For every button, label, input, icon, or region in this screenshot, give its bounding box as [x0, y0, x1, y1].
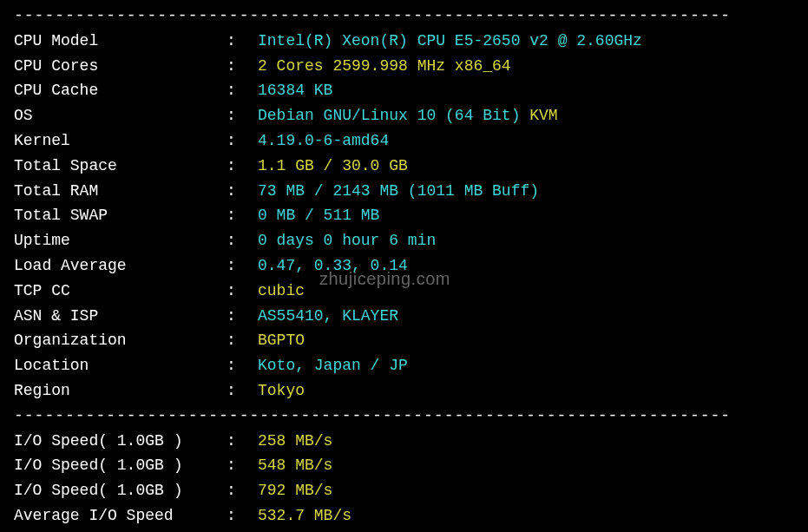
divider-middle: ----------------------------------------… [14, 404, 794, 429]
row-label: I/O Speed( 1.0GB ) [14, 429, 227, 454]
row-label: Organization [14, 328, 227, 353]
divider-bottom: ----------------------------------------… [14, 529, 794, 532]
row-value: 792 MB/s [258, 478, 332, 503]
io-speed-block: I/O Speed( 1.0GB ): 258 MB/sI/O Speed( 1… [14, 429, 794, 529]
row-value: 532.7 MB/s [258, 503, 351, 529]
info-row-os: OS: Debian GNU/Linux 10 (64 Bit) KVM [14, 103, 794, 128]
row-value: 16384 KB [258, 78, 332, 103]
info-row-total-space: Total Space: 1.1 GB / 30.0 GB [14, 154, 794, 179]
row-value: 0.47, 0.33, 0.14 [258, 253, 408, 279]
info-row-kernel: Kernel: 4.19.0-6-amd64 [14, 128, 794, 154]
row-label: Total SWAP [14, 203, 227, 228]
info-row-organization: Organization: BGPTO [14, 328, 794, 353]
row-colon: : [227, 154, 258, 179]
row-colon: : [227, 378, 258, 404]
row-colon: : [227, 203, 258, 228]
row-label: CPU Cache [14, 78, 227, 103]
row-value: 258 MB/s [258, 429, 332, 454]
row-colon: : [227, 353, 258, 378]
row-colon: : [227, 179, 258, 204]
info-row-uptime: Uptime: 0 days 0 hour 6 min [14, 228, 794, 253]
info-row-io-0: I/O Speed( 1.0GB ): 258 MB/s [14, 429, 794, 454]
row-label: Kernel [14, 128, 227, 154]
row-label: CPU Cores [14, 54, 227, 79]
info-row-load-average: Load Average: 0.47, 0.33, 0.14 [14, 253, 794, 279]
row-colon: : [227, 304, 258, 329]
row-colon: : [227, 78, 258, 103]
row-colon: : [227, 253, 258, 279]
row-value: 73 MB / 2143 MB (1011 MB Buff) [258, 179, 539, 204]
row-value: BGPTO [258, 328, 305, 353]
info-row-cpu-cache: CPU Cache: 16384 KB [14, 78, 794, 103]
row-value: 2 Cores 2599.998 MHz x86_64 [258, 54, 511, 79]
row-label: TCP CC [14, 279, 227, 304]
row-value: Koto, Japan / JP [258, 353, 408, 378]
row-colon: : [227, 328, 258, 353]
row-value: 0 days 0 hour 6 min [258, 228, 436, 253]
row-value: cubic [258, 279, 305, 304]
info-row-total-swap: Total SWAP: 0 MB / 511 MB [14, 203, 794, 228]
info-row-cpu-cores: CPU Cores: 2 Cores 2599.998 MHz x86_64 [14, 54, 794, 79]
row-label: Location [14, 353, 227, 378]
row-label: Uptime [14, 228, 227, 253]
row-colon: : [227, 228, 258, 253]
row-label: CPU Model [14, 29, 227, 54]
row-colon: : [227, 503, 258, 529]
row-value: Intel(R) Xeon(R) CPU E5-2650 v2 @ 2.60GH… [258, 29, 642, 54]
info-row-tcp-cc: TCP CC: cubic [14, 279, 794, 304]
row-value: 4.19.0-6-amd64 [258, 128, 389, 154]
row-colon: : [227, 54, 258, 79]
row-value: 548 MB/s [258, 453, 332, 478]
row-colon: : [227, 478, 258, 503]
row-value: AS55410, KLAYER [258, 304, 398, 329]
info-row-cpu-model: CPU Model: Intel(R) Xeon(R) CPU E5-2650 … [14, 29, 794, 54]
divider-top: ----------------------------------------… [14, 3, 794, 29]
info-row-region: Region: Tokyo [14, 378, 794, 404]
row-label: OS [14, 103, 227, 128]
row-value: 0 MB / 511 MB [258, 203, 379, 228]
row-value: 1.1 GB / 30.0 GB [258, 154, 408, 179]
info-row-io-1: I/O Speed( 1.0GB ): 548 MB/s [14, 453, 794, 478]
row-colon: : [227, 29, 258, 54]
row-label: Load Average [14, 253, 227, 279]
row-colon: : [227, 429, 258, 454]
info-row-asn-isp: ASN & ISP: AS55410, KLAYER [14, 304, 794, 329]
info-row-total-ram: Total RAM: 73 MB / 2143 MB (1011 MB Buff… [14, 179, 794, 204]
row-label: Total Space [14, 154, 227, 179]
info-row-io-3: Average I/O Speed: 532.7 MB/s [14, 503, 794, 529]
row-value: Tokyo [258, 378, 305, 404]
row-label: Region [14, 378, 227, 404]
info-row-io-2: I/O Speed( 1.0GB ): 792 MB/s [14, 478, 794, 503]
row-label: Average I/O Speed [14, 503, 227, 529]
row-value: Debian GNU/Linux 10 (64 Bit) KVM [258, 103, 558, 128]
row-label: Total RAM [14, 179, 227, 204]
row-colon: : [227, 128, 258, 154]
row-label: I/O Speed( 1.0GB ) [14, 478, 227, 503]
row-colon: : [227, 103, 258, 128]
row-colon: : [227, 453, 258, 478]
row-label: ASN & ISP [14, 304, 227, 329]
system-info-block: CPU Model: Intel(R) Xeon(R) CPU E5-2650 … [14, 29, 794, 404]
info-row-location: Location: Koto, Japan / JP [14, 353, 794, 378]
row-colon: : [227, 279, 258, 304]
row-label: I/O Speed( 1.0GB ) [14, 453, 227, 478]
